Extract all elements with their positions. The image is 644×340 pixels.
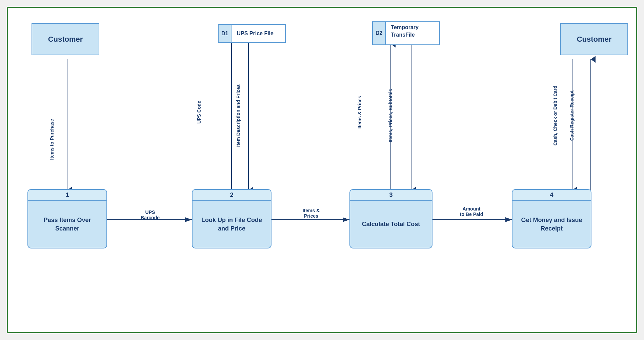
label-cash-register-receipt: Cash Register Receipt (569, 91, 575, 141)
process-2-number: 2 (193, 190, 271, 201)
datastore-d1-id: D1 (218, 24, 232, 43)
process-2-label: Look Up in File Codeand Price (198, 201, 265, 248)
process-4: 4 Get Money and IssueReceipt (512, 189, 591, 248)
arrows-svg (8, 8, 636, 332)
process-3-number: 3 (350, 190, 432, 201)
process-2: 2 Look Up in File Codeand Price (192, 189, 271, 248)
label-ups-code: UPS Code (196, 101, 202, 124)
label-item-desc-prices: Item Description and Prices (236, 84, 241, 147)
entity-customer-left: Customer (32, 23, 99, 55)
process-1-label: Pass Items OverScanner (40, 201, 94, 248)
datastore-d2-label: TemporaryTransFile (386, 21, 440, 45)
label-items-prices-v: Items & Prices (357, 96, 362, 129)
diagram-container: Customer Customer D1 UPS Price File D2 T… (7, 7, 637, 333)
datastore-d1: D1 UPS Price File (218, 24, 286, 43)
label-items-prices-subtotals: Items, Prices, Subtotals (388, 89, 393, 142)
entity-customer-right: Customer (560, 23, 628, 55)
process-4-number: 4 (512, 190, 591, 201)
label-cash-check-debit: Cash, Check or Debit Card (552, 86, 558, 146)
process-1-number: 1 (28, 190, 106, 201)
label-ups-barcode: UPSBarcode (113, 209, 187, 220)
process-3: 3 Calculate Total Cost (349, 189, 432, 248)
datastore-d1-label: UPS Price File (232, 24, 286, 43)
process-3-label: Calculate Total Cost (359, 201, 424, 248)
datastore-d2: D2 TemporaryTransFile (372, 21, 440, 45)
process-1: 1 Pass Items OverScanner (27, 189, 107, 248)
label-items-prices-h: Items &Prices (277, 208, 345, 219)
label-amount-to-be-paid: Amountto Be Paid (434, 206, 509, 217)
label-items-to-purchase: Items to Purchase (49, 119, 55, 160)
process-4-label: Get Money and IssueReceipt (518, 201, 585, 248)
datastore-d2-id: D2 (372, 21, 386, 45)
